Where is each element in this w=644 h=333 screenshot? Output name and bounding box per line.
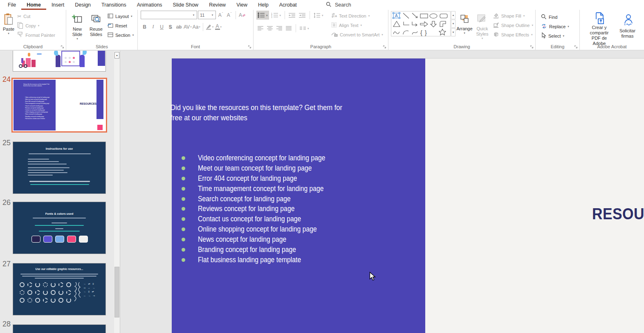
thumbnail-slide-24[interactable]: Did you like the resources on this templ… [11,78,107,133]
cut-button[interactable]: ✂ Cut [15,11,57,21]
slide-bullet-list[interactable]: Video conferencing concept for landing p… [182,153,339,265]
numbering-icon: 123 [271,12,278,18]
reuse-slides-button[interactable]: Reuse Slides [87,11,105,41]
search-box[interactable]: Search [326,0,351,10]
justify-button[interactable] [285,24,293,33]
quick-styles-button[interactable]: Quick Styles ▾ [473,10,491,40]
format-painter-button[interactable]: Format Painter [15,30,57,40]
tab-review[interactable]: Review [204,0,231,10]
shapes-scroll-down[interactable]: ▼ [451,20,456,28]
text-direction-button[interactable]: A Text Direction ▾ [329,11,385,20]
tab-help[interactable]: Help [253,0,274,10]
bullets-icon [258,12,265,18]
shape-effects-button[interactable]: Shape Effects ▾ [491,30,535,39]
thumbnail-slide-28[interactable] [13,324,106,333]
clear-formatting-button[interactable]: A [238,11,246,19]
align-text-icon [331,22,337,29]
find-button[interactable]: Find [539,12,579,22]
reset-icon [108,23,113,29]
font-name-combo[interactable]: ▾ [141,11,197,19]
shapes-gallery[interactable]: A { } [391,11,451,36]
section-button[interactable]: Section ▾ [105,30,136,40]
increase-indent-button[interactable] [298,11,307,20]
group-adobe-acrobat: Crear y compartir PDF de Adobe x Solicit… [580,10,644,50]
shapes-more-button[interactable]: ▼ [451,28,456,36]
thumbnail-number-25: 25 [2,139,11,147]
thumbnail-slide-26[interactable]: Fonts & colors used [13,202,106,254]
tab-acrobat[interactable]: Acrobat [274,0,302,10]
thumbnail-scroll-up-button[interactable]: ▲ [114,52,119,59]
shape-effects-icon [493,32,499,38]
select-button[interactable]: Select ▾ [539,31,579,40]
section-icon [108,32,113,38]
font-size-dropdown[interactable]: ▾ [209,14,215,17]
character-spacing-button[interactable]: AV▾ [184,22,192,31]
line-spacing-button[interactable]: ▾ [312,11,325,20]
group-editing: Find b Replace ▾ Select ▾ Editing [536,10,580,50]
slide-heading-text[interactable]: Did you like the resources on this templ… [171,102,355,123]
quick-styles-icon [477,11,487,26]
reset-button[interactable]: Reset [105,21,136,30]
align-right-button[interactable] [275,24,284,33]
thumbnail-slide-23[interactable] [13,51,106,72]
highlight-color-button[interactable]: ▾ [206,22,214,31]
tab-design[interactable]: Design [70,0,96,10]
mouse-cursor [369,272,376,283]
thumbnail-scrollbar[interactable]: ▲ [114,51,120,333]
align-left-button[interactable] [256,24,265,33]
bold-button[interactable]: B [141,22,148,31]
mini-squiggles [74,281,81,304]
shape-outline-button[interactable]: Shape Outline ▾ [491,20,535,30]
tab-insert[interactable]: Insert [46,0,70,10]
copy-button[interactable]: Copy ▾ [15,21,57,30]
list-item: Time management concept for landing page [182,184,339,194]
underline-button[interactable]: U [158,22,166,31]
arrange-button[interactable]: Arrange ▾ [456,10,473,40]
bullets-button[interactable]: ▾ [256,11,269,20]
request-signatures-button[interactable]: x Solicitar firmas [616,11,640,41]
strikethrough-button[interactable]: ab [175,22,183,31]
thumbnail-number-28: 28 [2,320,11,328]
numbering-button[interactable]: 123 ▾ [270,11,283,20]
shrink-font-button[interactable]: Aˇ [225,11,233,19]
align-center-button[interactable] [266,24,274,33]
search-icon [326,2,331,8]
thumbnail-slide-27[interactable]: Use our editable graphic resources... → … [13,263,106,315]
tab-slideshow[interactable]: Slide Show [168,0,204,10]
shape-fill-button[interactable]: Shape Fill ▾ [491,11,535,20]
slide-thumbnail-panel: 24 Did you like the resources on this te… [0,51,120,333]
font-color-button[interactable]: A ▾ [214,22,222,31]
change-case-button[interactable]: Aa▾ [193,22,200,31]
swatch-blue [55,236,64,243]
italic-button[interactable]: I [149,22,157,31]
font-name-dropdown[interactable]: ▾ [191,14,197,17]
slide-white-region[interactable] [425,59,644,333]
search-label: Search [335,2,351,8]
convert-smartart-button[interactable]: Convert to SmartArt ▾ [329,30,385,39]
shapes-scroll-up[interactable]: ▲ [451,11,456,19]
drawing-group-label: Drawing [388,44,535,49]
tab-home[interactable]: Home [21,0,46,10]
paste-dropdown-chevron[interactable]: ▾ [8,32,9,35]
layout-button[interactable]: Layout ▾ [105,11,136,21]
bullet-dot [182,227,185,231]
grow-font-button[interactable]: Aˆ [217,11,224,19]
create-pdf-button[interactable]: Crear y compartir PDF de Adobe [585,11,614,41]
thumbnail-scrollbar-thumb[interactable] [114,267,119,317]
replace-button[interactable]: b Replace ▾ [539,22,579,31]
resources-side-label[interactable]: RESOURCES [592,205,644,223]
new-slide-button[interactable]: New Slide ▾ [68,11,87,41]
font-size-combo[interactable]: 11 ▾ [198,11,216,19]
paste-label: Paste [3,27,14,32]
paste-button[interactable]: Paste ▾ [2,11,15,41]
text-shadow-button[interactable]: S [166,22,174,31]
tab-transitions[interactable]: Transitions [96,0,132,10]
tab-view[interactable]: View [231,0,253,10]
mini-purple-bar [96,80,103,119]
thumbnail-slide-25[interactable]: Instructions for use [13,142,106,194]
columns-button[interactable]: ▾ [298,24,310,33]
tab-animations[interactable]: Animations [132,0,168,10]
decrease-indent-button[interactable] [287,11,297,20]
tab-file[interactable]: File [2,0,21,10]
align-text-button[interactable]: Align Text ▾ [329,20,385,30]
